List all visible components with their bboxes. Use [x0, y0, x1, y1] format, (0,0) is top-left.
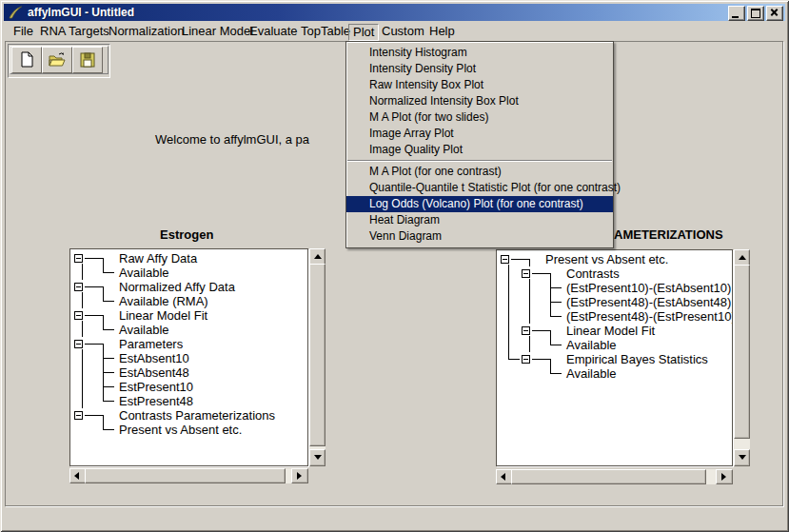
menubar-item-help[interactable]: Help: [424, 24, 460, 39]
expand-toggle-icon[interactable]: [522, 326, 530, 335]
menubar-item-plot[interactable]: Plot: [348, 24, 379, 41]
scroll-down-button[interactable]: [734, 449, 750, 466]
tree-node-available[interactable]: Available: [114, 266, 169, 280]
tree-node-present-vs-absent-etc[interactable]: Present vs Absent etc.: [541, 252, 668, 266]
tree-node-available-rma[interactable]: Available (RMA): [114, 294, 208, 308]
scrollbar-thumb[interactable]: [309, 264, 325, 446]
tree-row[interactable]: Normalized Affy Data: [72, 280, 307, 294]
tree-row[interactable]: Available: [72, 266, 307, 280]
tree-node-linear-model-fit[interactable]: Linear Model Fit: [562, 324, 655, 338]
tree-row[interactable]: Available: [499, 338, 732, 352]
right-tree-horizontal-scrollbar[interactable]: [496, 469, 733, 484]
tree-row[interactable]: Raw Affy Data: [72, 251, 307, 266]
menu-separator: [347, 160, 612, 162]
scrollbar-thumb[interactable]: [511, 469, 706, 484]
tree-row[interactable]: Present vs Absent etc.: [72, 423, 307, 437]
plot-menu-item-intensity-histogram[interactable]: Intensity Histogram: [346, 45, 613, 61]
menubar-item-evaluate[interactable]: Evaluate: [245, 24, 303, 39]
tree-node-estabsent48[interactable]: EstAbsent48: [114, 365, 189, 380]
tree-row[interactable]: Linear Model Fit: [72, 308, 307, 323]
tree-node-normalized-affy-data[interactable]: Normalized Affy Data: [114, 280, 235, 294]
tree-row[interactable]: Parameters: [72, 337, 307, 351]
close-button[interactable]: [766, 6, 783, 21]
menubar-item-custom[interactable]: Custom: [377, 24, 429, 39]
tree-row[interactable]: Available (RMA): [72, 294, 307, 308]
save-file-button[interactable]: [72, 47, 103, 73]
toolbar: [8, 44, 110, 78]
expand-toggle-icon[interactable]: [74, 340, 83, 348]
left-tree-box[interactable]: Raw Affy DataAvailableNormalized Affy Da…: [69, 248, 308, 466]
new-file-button[interactable]: [11, 47, 42, 73]
tree-node-estpresent48-estpresent10[interactable]: (EstPresent48)-(EstPresent10): [562, 309, 733, 324]
scroll-right-button[interactable]: [716, 469, 733, 484]
arrow-up-icon: [314, 254, 322, 259]
tree-node-available[interactable]: Available: [562, 338, 617, 352]
scroll-right-button[interactable]: [291, 468, 308, 483]
tree-row[interactable]: EstPresent10: [72, 380, 307, 394]
expand-toggle-icon[interactable]: [74, 411, 83, 420]
menubar-item-file[interactable]: File: [9, 24, 38, 39]
tree-row[interactable]: (EstPresent48)-(EstAbsent48): [499, 295, 732, 309]
expand-toggle-icon[interactable]: [522, 269, 530, 278]
scroll-down-button[interactable]: [309, 449, 325, 466]
minimize-button[interactable]: [728, 6, 745, 21]
plot-menu-item-intensity-density-plot[interactable]: Intensity Density Plot: [346, 61, 613, 77]
tree-node-linear-model-fit[interactable]: Linear Model Fit: [114, 308, 207, 323]
tree-node-parameters[interactable]: Parameters: [114, 337, 183, 351]
expand-toggle-icon[interactable]: [74, 311, 83, 320]
tree-node-estpresent48-estabsent48[interactable]: (EstPresent48)-(EstAbsent48): [562, 295, 731, 309]
tree-node-available[interactable]: Available: [114, 323, 169, 337]
tree-row[interactable]: EstAbsent48: [72, 365, 307, 380]
plot-menu-item-venn-diagram[interactable]: Venn Diagram: [346, 228, 613, 245]
tree-row[interactable]: (EstPresent48)-(EstPresent10): [499, 309, 732, 324]
plot-menu-item-m-a-plot-for-one-contrast[interactable]: M A Plot (for one contrast): [346, 164, 613, 180]
tree-row[interactable]: Contrasts: [499, 266, 732, 281]
expand-toggle-icon[interactable]: [74, 254, 83, 263]
tree-node-estpresent48[interactable]: EstPresent48: [114, 394, 193, 408]
tree-row[interactable]: Available: [499, 366, 732, 381]
plot-menu-item-quantile-quantile-t-statistic-plot-for-one-contrast[interactable]: Quantile-Quantile t Statistic Plot (for …: [346, 180, 613, 196]
tree-node-available[interactable]: Available: [562, 366, 617, 381]
expand-toggle-icon[interactable]: [522, 355, 530, 364]
tree-row[interactable]: Empirical Bayes Statistics: [499, 352, 732, 366]
right-tree-box[interactable]: Present vs Absent etc.Contrasts(EstPrese…: [496, 249, 733, 466]
save-floppy-icon: [78, 50, 97, 69]
tree-row[interactable]: (EstPresent10)-(EstAbsent10): [499, 281, 732, 295]
tree-node-estpresent10-estabsent10[interactable]: (EstPresent10)-(EstAbsent10): [562, 281, 731, 295]
menubar-item-toptable[interactable]: TopTable: [296, 24, 355, 39]
app-feather-icon: [8, 6, 23, 19]
tree-row[interactable]: Contrasts Parameterizations: [72, 408, 307, 423]
tree-node-estpresent10[interactable]: EstPresent10: [114, 380, 193, 394]
tree-node-contrasts-parameterizations[interactable]: Contrasts Parameterizations: [114, 408, 275, 423]
open-file-button[interactable]: [42, 47, 72, 73]
maximize-button[interactable]: [747, 6, 764, 21]
plot-menu-item-raw-intensity-box-plot[interactable]: Raw Intensity Box Plot: [346, 77, 613, 93]
left-tree-vertical-scrollbar[interactable]: [309, 248, 325, 466]
tree-node-present-vs-absent-etc[interactable]: Present vs Absent etc.: [114, 423, 242, 437]
tree-node-estabsent10[interactable]: EstAbsent10: [114, 351, 189, 365]
scrollbar-thumb[interactable]: [734, 265, 750, 439]
plot-menu-item-image-quality-plot[interactable]: Image Quality Plot: [346, 142, 613, 158]
right-tree-vertical-scrollbar[interactable]: [734, 249, 750, 466]
expand-toggle-icon[interactable]: [501, 255, 509, 264]
right-tree: Present vs Absent etc.Contrasts(EstPrese…: [499, 252, 732, 465]
menubar-item-rna-targets[interactable]: RNA Targets: [35, 24, 114, 39]
tree-row[interactable]: Available: [72, 323, 307, 337]
tree-row[interactable]: EstAbsent10: [72, 351, 307, 365]
scrollbar-thumb[interactable]: [85, 468, 286, 483]
plot-menu-item-log-odds-volcano-plot-for-one-contrast[interactable]: Log Odds (Volcano) Plot (for one contras…: [346, 196, 613, 212]
titlebar[interactable]: affylmGUI - Untitled: [4, 4, 785, 21]
plot-menu-item-normalized-intensity-box-plot[interactable]: Normalized Intensity Box Plot: [346, 93, 613, 109]
plot-menu-item-heat-diagram[interactable]: Heat Diagram: [346, 212, 613, 228]
menubar: FileRNA TargetsNormalizationLinear Model…: [4, 22, 785, 41]
plot-menu-item-m-a-plot-for-two-slides[interactable]: M A Plot (for two slides): [346, 109, 613, 126]
tree-node-raw-affy-data[interactable]: Raw Affy Data: [114, 251, 197, 266]
tree-row[interactable]: Present vs Absent etc.: [499, 252, 732, 266]
left-tree-horizontal-scrollbar[interactable]: [69, 468, 308, 483]
tree-row[interactable]: Linear Model Fit: [499, 324, 732, 338]
expand-toggle-icon[interactable]: [74, 283, 83, 291]
tree-row[interactable]: EstPresent48: [72, 394, 307, 408]
tree-node-empirical-bayes-statistics[interactable]: Empirical Bayes Statistics: [562, 352, 708, 366]
plot-menu-item-image-array-plot[interactable]: Image Array Plot: [346, 126, 613, 142]
tree-node-contrasts[interactable]: Contrasts: [562, 266, 620, 281]
